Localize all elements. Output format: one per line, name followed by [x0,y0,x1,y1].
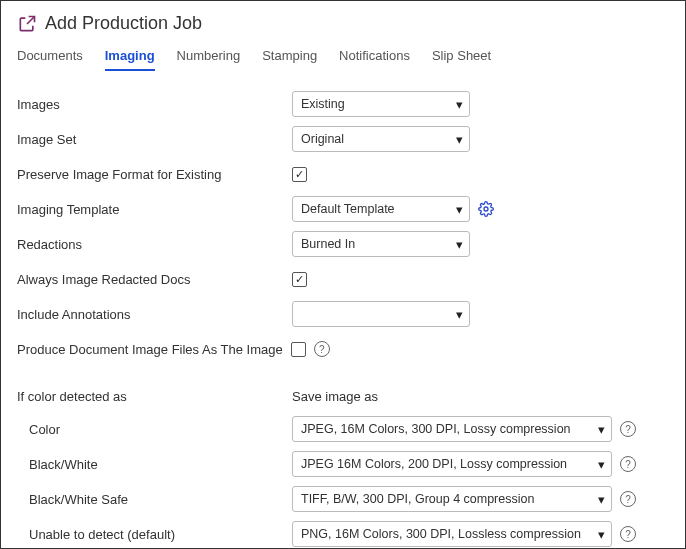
tab-numbering[interactable]: Numbering [177,48,241,71]
image-set-select[interactable]: Original ▾ [292,126,470,152]
check-icon: ✓ [295,169,304,180]
imaging-template-value: Default Template [301,202,395,216]
help-icon[interactable]: ? [620,491,636,507]
redactions-value: Burned In [301,237,355,251]
always-image-redacted-label: Always Image Redacted Docs [17,272,292,287]
imaging-template-select[interactable]: Default Template ▾ [292,196,470,222]
images-select[interactable]: Existing ▾ [292,91,470,117]
color-select[interactable]: JPEG, 16M Colors, 300 DPI, Lossy compres… [292,416,612,442]
tab-slip-sheet[interactable]: Slip Sheet [432,48,491,71]
caret-icon: ▾ [598,422,605,437]
if-color-detected-header: If color detected as [17,389,292,404]
caret-icon: ▾ [598,457,605,472]
bw-label: Black/White [17,457,292,472]
include-annotations-label: Include Annotations [17,307,292,322]
caret-icon: ▾ [456,307,463,322]
tab-bar: Documents Imaging Numbering Stamping Not… [17,48,669,71]
caret-icon: ▾ [456,97,463,112]
help-icon[interactable]: ? [620,456,636,472]
bw-safe-value: TIFF, B/W, 300 DPI, Group 4 compression [301,492,534,506]
produce-doc-image-checkbox[interactable] [291,342,306,357]
caret-icon: ▾ [456,202,463,217]
caret-icon: ▾ [598,527,605,542]
image-set-label: Image Set [17,132,292,147]
bw-safe-select[interactable]: TIFF, B/W, 300 DPI, Group 4 compression … [292,486,612,512]
redactions-label: Redactions [17,237,292,252]
unable-detect-select[interactable]: PNG, 16M Colors, 300 DPI, Lossless compr… [292,521,612,547]
image-set-value: Original [301,132,344,146]
bw-safe-label: Black/White Safe [17,492,292,507]
gear-icon[interactable] [478,201,494,217]
caret-icon: ▾ [456,237,463,252]
unable-detect-value: PNG, 16M Colors, 300 DPI, Lossless compr… [301,527,581,541]
tab-notifications[interactable]: Notifications [339,48,410,71]
save-image-as-header: Save image as [292,389,378,404]
tab-imaging[interactable]: Imaging [105,48,155,71]
images-label: Images [17,97,292,112]
check-icon: ✓ [295,274,304,285]
preserve-format-checkbox[interactable]: ✓ [292,167,307,182]
include-annotations-select[interactable]: ▾ [292,301,470,327]
images-value: Existing [301,97,345,111]
help-icon[interactable]: ? [620,421,636,437]
color-value: JPEG, 16M Colors, 300 DPI, Lossy compres… [301,422,571,436]
svg-point-0 [484,207,488,211]
always-image-redacted-checkbox[interactable]: ✓ [292,272,307,287]
tab-documents[interactable]: Documents [17,48,83,71]
color-label: Color [17,422,292,437]
produce-doc-image-label: Produce Document Image Files As The Imag… [17,342,283,357]
unable-detect-label: Unable to detect (default) [17,527,292,542]
add-production-job-window: Add Production Job Documents Imaging Num… [0,0,686,549]
share-out-icon [17,14,37,34]
page-header: Add Production Job [17,13,669,34]
tab-stamping[interactable]: Stamping [262,48,317,71]
caret-icon: ▾ [456,132,463,147]
redactions-select[interactable]: Burned In ▾ [292,231,470,257]
bw-select[interactable]: JPEG 16M Colors, 200 DPI, Lossy compress… [292,451,612,477]
help-icon[interactable]: ? [314,341,330,357]
bw-value: JPEG 16M Colors, 200 DPI, Lossy compress… [301,457,567,471]
preserve-format-label: Preserve Image Format for Existing [17,167,292,182]
help-icon[interactable]: ? [620,526,636,542]
caret-icon: ▾ [598,492,605,507]
imaging-template-label: Imaging Template [17,202,292,217]
page-title: Add Production Job [45,13,202,34]
